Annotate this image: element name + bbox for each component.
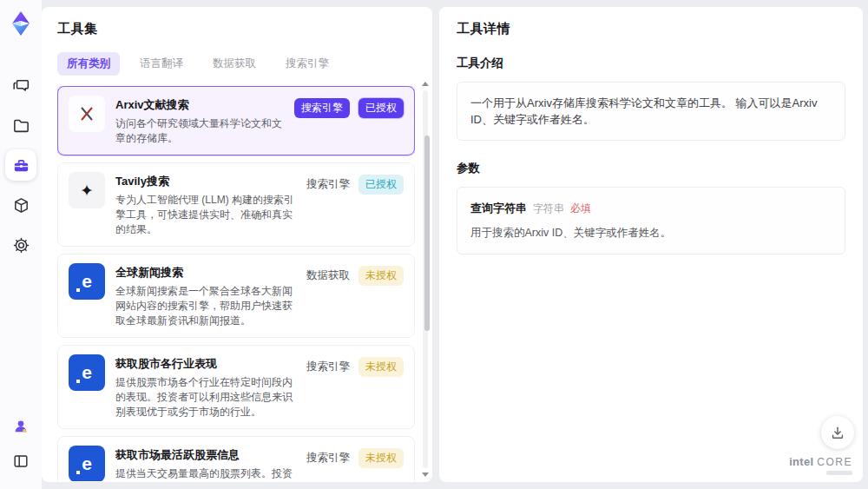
tool-description: 全球新闻搜索是一个聚合全球各大新闻网站内容的搜索引擎，帮助用户快速获取全球最新资…	[115, 284, 296, 328]
category-tabs: 所有类别 语言翻译 数据获取 搜索引擎	[57, 52, 417, 76]
scrollbar-track[interactable]	[423, 90, 428, 468]
tool-category-label: 搜索引擎	[306, 360, 350, 374]
download-button[interactable]	[821, 416, 854, 449]
sidebar-item-toolbox[interactable]	[5, 149, 36, 181]
panel-layout-icon	[12, 453, 30, 470]
sidebar	[0, 0, 42, 489]
tool-status-badge: 未授权	[358, 357, 404, 377]
param-name: 查询字符串	[470, 200, 527, 216]
app-logo-icon	[6, 9, 36, 38]
tool-name: 全球新闻搜索	[115, 265, 296, 281]
tool-category-label: 搜索引擎	[306, 177, 350, 192]
param-description: 用于搜索的Arxiv ID、关键字或作者姓名。	[470, 225, 832, 241]
toolbox-icon	[12, 156, 30, 175]
tool-description: 访问各个研究领域大量科学论文和文章的存储库。	[115, 116, 284, 146]
intel-sub-badge	[826, 471, 852, 475]
param-required-flag: 必填	[570, 201, 591, 217]
user-icon	[12, 418, 30, 435]
arxiv-logo-icon	[69, 96, 105, 132]
tool-name: Tavily搜索	[115, 174, 296, 189]
package-icon	[12, 196, 30, 215]
tool-name: 获取市场最活跃股票信息	[115, 447, 296, 463]
folder-icon	[12, 116, 30, 135]
detail-title: 工具详情	[457, 21, 845, 37]
core-brand-text: CORE	[817, 456, 852, 468]
tool-description: 专为人工智能代理 (LLM) 构建的搜索引擎工具，可快速提供实时、准确和真实的结…	[115, 193, 296, 237]
news-logo-icon: e	[69, 446, 105, 481]
tavily-star-icon: ✦	[69, 172, 105, 208]
intel-brand-text: intel	[789, 455, 813, 468]
intel-core-badge: intel CORE	[789, 455, 852, 475]
tool-status-badge: 已授权	[358, 98, 404, 118]
sidebar-item-panel-toggle[interactable]	[5, 446, 36, 477]
tool-card-most-active-stocks[interactable]: e 获取市场最活跃股票信息 提供当天交易量最高的股票列表。投资者可以利用这些信息…	[57, 436, 415, 481]
parameter-box: 查询字符串 字符串 必填 用于搜索的Arxiv ID、关键字或作者姓名。	[457, 187, 845, 254]
param-type: 字符串	[533, 201, 564, 217]
tool-detail-panel: 工具详情 工具介绍 一个用于从Arxiv存储库搜索科学论文和文章的工具。 输入可…	[439, 7, 863, 482]
tool-list-panel: 工具集 所有类别 语言翻译 数据获取 搜索引擎 Arxiv文献搜索 访问各个研究…	[42, 7, 432, 482]
sidebar-item-packages[interactable]	[5, 189, 36, 221]
chat-icon	[12, 76, 30, 95]
sidebar-item-settings[interactable]	[5, 229, 36, 261]
tool-intro-box: 一个用于从Arxiv存储库搜索科学论文和文章的工具。 输入可以是Arxiv ID…	[457, 82, 845, 141]
params-heading: 参数	[457, 161, 845, 176]
list-scrollbar[interactable]	[421, 82, 430, 477]
tab-translation[interactable]: 语言翻译	[130, 52, 193, 76]
tool-name: Arxiv文献搜索	[115, 97, 284, 113]
tab-data-fetch[interactable]: 数据获取	[203, 52, 266, 76]
page-title: 工具集	[57, 21, 417, 37]
tool-category-label: 数据获取	[306, 268, 350, 283]
scroll-up-icon[interactable]	[422, 82, 429, 86]
tab-search-engine[interactable]: 搜索引擎	[276, 52, 339, 76]
gear-icon	[12, 236, 30, 254]
news-logo-icon: e	[69, 263, 105, 300]
sidebar-item-chat[interactable]	[5, 69, 36, 101]
tool-category-badge: 搜索引擎	[294, 98, 350, 118]
tool-card-sector-performance[interactable]: e 获取股市各行业表现 提供股票市场各个行业在特定时间段内的表现。投资者可以利用…	[57, 345, 415, 429]
tool-list: Arxiv文献搜索 访问各个研究领域大量科学论文和文章的存储库。 搜索引擎 已授…	[57, 86, 415, 481]
sidebar-item-user[interactable]	[5, 411, 36, 442]
tool-card-tavily[interactable]: ✦ Tavily搜索 专为人工智能代理 (LLM) 构建的搜索引擎工具，可快速提…	[57, 162, 415, 247]
tool-status-badge: 已授权	[358, 175, 404, 195]
tool-status-badge: 未授权	[358, 266, 404, 286]
scrollbar-thumb[interactable]	[424, 135, 430, 331]
tool-description: 提供股票市场各个行业在特定时间段内的表现。投资者可以利用这些信息来识别表现优于或…	[115, 375, 296, 420]
tool-description: 提供当天交易量最高的股票列表。投资者可以利用这些信息来识别流动性强的股票和潜在的…	[115, 466, 296, 481]
tool-status-badge: 未授权	[358, 448, 404, 468]
tab-all-categories[interactable]: 所有类别	[57, 52, 120, 76]
sidebar-item-files[interactable]	[5, 109, 36, 141]
news-logo-icon: e	[69, 354, 105, 391]
tool-category-label: 搜索引擎	[306, 451, 350, 466]
tool-name: 获取股市各行业表现	[115, 356, 296, 372]
tool-card-arxiv[interactable]: Arxiv文献搜索 访问各个研究领域大量科学论文和文章的存储库。 搜索引擎 已授…	[57, 86, 415, 155]
intro-heading: 工具介绍	[457, 56, 845, 71]
scroll-down-icon[interactable]	[422, 472, 429, 477]
tool-card-global-news[interactable]: e 全球新闻搜索 全球新闻搜索是一个聚合全球各大新闻网站内容的搜索引擎，帮助用户…	[57, 254, 415, 338]
download-icon	[830, 425, 845, 440]
